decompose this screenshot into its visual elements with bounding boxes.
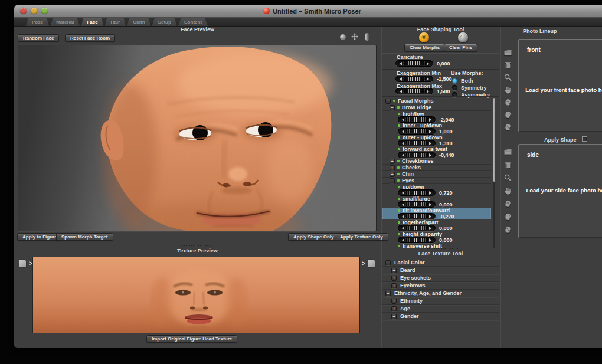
- folder-icon[interactable]: [503, 147, 512, 156]
- hand-icon[interactable]: [503, 86, 512, 94]
- pin-icon[interactable]: ⁄: [458, 32, 468, 42]
- texture-row-ethnicity-age-and-gender[interactable]: −Ethnicity, Age, and Gender: [382, 290, 499, 297]
- radio-icon[interactable]: [452, 85, 457, 90]
- morph-group-eyes[interactable]: −Eyes: [382, 178, 491, 184]
- dial-left-arrow-icon[interactable]: [400, 191, 404, 195]
- pan-icon[interactable]: [351, 32, 359, 43]
- morph-dial[interactable]: [398, 237, 436, 243]
- front-photo-dropzone[interactable]: front Load your front face photo here: [518, 39, 602, 132]
- texture-row-facial-color[interactable]: −Facial Color: [382, 259, 499, 267]
- dial-left-arrow-icon[interactable]: [400, 203, 404, 206]
- tab-content[interactable]: Content: [178, 18, 208, 26]
- morph-item-high-low[interactable]: high/low-2,940: [382, 111, 491, 123]
- apply-texture-only-button[interactable]: Apply Texture Only: [335, 233, 388, 241]
- dolly-icon[interactable]: [365, 33, 369, 41]
- collapse-icon[interactable]: −: [385, 99, 391, 104]
- apply-shape-only-button[interactable]: Apply Shape Only: [288, 233, 339, 241]
- tab-pose[interactable]: Pose: [26, 18, 49, 26]
- morph-dial[interactable]: [398, 140, 436, 146]
- random-face-button[interactable]: Random Face: [18, 34, 59, 42]
- morph-item-height-disparity[interactable]: height disparity0,000: [382, 231, 491, 243]
- morph-dial[interactable]: [398, 152, 436, 158]
- dial-ribs[interactable]: [405, 202, 428, 206]
- morph-item-outer-up-down[interactable]: outer - up/down1,310: [382, 135, 491, 146]
- dial-right-arrow-icon[interactable]: [429, 118, 433, 122]
- morph-group-chin[interactable]: +Chin: [382, 171, 491, 178]
- close-window-icon[interactable]: [20, 8, 27, 14]
- clear-pins-button[interactable]: Clear Pins: [444, 44, 477, 51]
- apply-shape-checkbox[interactable]: [582, 136, 587, 142]
- head-side-icon[interactable]: [503, 110, 512, 119]
- morph-item-forward-axis-twist[interactable]: forward axis twist-0,440: [382, 146, 491, 158]
- radio-both[interactable]: Both: [452, 77, 490, 84]
- dial-right-arrow-icon[interactable]: [429, 227, 433, 230]
- dial-left-arrow-icon[interactable]: [398, 90, 402, 93]
- dial-left-arrow-icon[interactable]: [400, 153, 404, 157]
- dial-right-arrow-icon[interactable]: [429, 142, 433, 145]
- dial-right-arrow-icon[interactable]: [429, 238, 433, 242]
- morph-dial[interactable]: [398, 189, 436, 196]
- dial-left-arrow-icon[interactable]: [400, 238, 404, 242]
- dial-ribs[interactable]: [405, 214, 428, 218]
- head-landmarks-icon[interactable]: [503, 225, 512, 234]
- morph-scrollbar-thumb[interactable]: [493, 98, 495, 182]
- trash-icon[interactable]: [503, 160, 512, 169]
- dial-right-arrow-icon[interactable]: [427, 77, 431, 81]
- dial-right-arrow-icon[interactable]: [429, 203, 433, 206]
- collapse-icon[interactable]: −: [390, 105, 395, 110]
- dial-ribs[interactable]: [405, 129, 428, 133]
- morph-item-small-large[interactable]: small/large0,000: [382, 196, 491, 208]
- tab-setup[interactable]: Setup: [152, 18, 177, 26]
- side-photo-dropzone[interactable]: side Load your side face photo here: [518, 144, 602, 238]
- dial-ribs[interactable]: [405, 117, 428, 122]
- morph-item-together-apart[interactable]: together/apart0,000: [382, 219, 491, 231]
- morph-group-facial-morphs[interactable]: −Facial Morphs: [382, 98, 491, 104]
- clear-morphs-button[interactable]: Clear Morphs: [404, 44, 445, 51]
- dial-ribs[interactable]: [405, 153, 428, 157]
- dial-right-arrow-icon[interactable]: [429, 191, 433, 195]
- head-front-icon[interactable]: [503, 199, 512, 208]
- morph-item-tilt-inward-outward[interactable]: tilt inward/outward-0,270: [382, 208, 491, 219]
- dial-right-arrow-icon[interactable]: [429, 130, 433, 133]
- dial-right-arrow-icon[interactable]: [427, 90, 431, 93]
- face-preview-viewport[interactable]: [18, 45, 377, 231]
- collapse-icon[interactable]: −: [385, 260, 391, 265]
- dial-right-arrow-icon[interactable]: [429, 215, 433, 218]
- caricature-dial[interactable]: [395, 60, 433, 67]
- texture-row-eyebrows[interactable]: +Eyebrows: [382, 282, 499, 290]
- expand-icon[interactable]: +: [391, 306, 397, 311]
- morph-item-up-down[interactable]: up/down0,720: [382, 184, 491, 196]
- texture-row-ethnicity[interactable]: +Ethnicity: [382, 297, 499, 305]
- minimize-window-icon[interactable]: [31, 8, 37, 14]
- expand-icon[interactable]: +: [390, 159, 395, 164]
- trash-icon[interactable]: [503, 61, 512, 70]
- head-landmarks-icon[interactable]: [503, 123, 512, 132]
- next-texture-icon[interactable]: [368, 259, 375, 268]
- dial-ribs[interactable]: [405, 226, 428, 230]
- import-original-texture-button[interactable]: Import Original Figure Head Texture: [146, 335, 237, 343]
- magnifier-icon[interactable]: [503, 73, 512, 82]
- spawn-morph-target-button[interactable]: Spawn Morph Target: [56, 233, 113, 241]
- previous-texture-icon[interactable]: [19, 259, 27, 268]
- head-front-icon[interactable]: [503, 98, 512, 107]
- next-texture-arrow[interactable]: >: [362, 260, 365, 267]
- hand-icon[interactable]: [503, 186, 512, 195]
- expand-icon[interactable]: +: [390, 165, 395, 170]
- dial-left-arrow-icon[interactable]: [400, 118, 404, 122]
- morph-dial[interactable]: [398, 213, 436, 219]
- texture-row-gender[interactable]: +Gender: [382, 313, 499, 320]
- radio-icon[interactable]: [452, 78, 457, 83]
- dial-ribs[interactable]: [405, 238, 428, 242]
- dial-left-arrow-icon[interactable]: [400, 142, 404, 145]
- morph-dial[interactable]: [398, 201, 436, 208]
- expand-icon[interactable]: +: [391, 283, 397, 288]
- morph-group-cheeks[interactable]: +Cheeks: [382, 165, 491, 171]
- radio-asymmetry[interactable]: Asymmetry: [452, 91, 490, 98]
- expand-icon[interactable]: +: [390, 172, 395, 177]
- expand-icon[interactable]: +: [391, 299, 397, 304]
- dial-left-arrow-icon[interactable]: [400, 227, 404, 230]
- collapse-icon[interactable]: −: [390, 178, 395, 183]
- dial-ribs[interactable]: [403, 77, 426, 81]
- exaggeration-min-dial[interactable]: [395, 76, 433, 82]
- tab-material[interactable]: Material: [50, 18, 80, 26]
